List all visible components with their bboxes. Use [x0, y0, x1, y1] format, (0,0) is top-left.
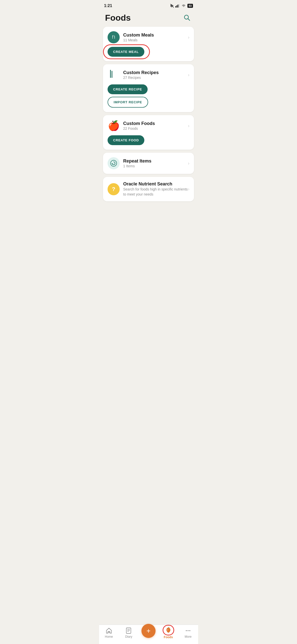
meals-chevron[interactable]: ›	[188, 35, 189, 40]
import-recipe-button[interactable]: IMPORT RECIPE	[108, 97, 148, 108]
search-icon	[183, 14, 190, 21]
svg-rect-4	[179, 4, 179, 8]
recipes-title: Custom Recipes	[123, 70, 159, 75]
oracle-title: Oracle Nutrient Search	[123, 181, 188, 187]
recipes-icon	[108, 69, 120, 81]
svg-rect-3	[178, 5, 178, 8]
svg-rect-1	[175, 6, 176, 8]
recipes-chevron[interactable]: ›	[188, 72, 189, 78]
create-meal-button[interactable]: CREATE MEAL	[108, 47, 144, 57]
custom-meals-card: Custom Meals 11 Meals › CREATE MEAL	[103, 27, 194, 61]
foods-chevron[interactable]: ›	[188, 123, 189, 128]
oracle-icon: ?	[108, 183, 120, 195]
svg-point-5	[184, 15, 188, 19]
card-header-left: Custom Meals 11 Meals	[108, 31, 154, 43]
oracle-header-left: ? Oracle Nutrient Search Search for food…	[108, 181, 188, 197]
card-header: Custom Meals 11 Meals ›	[108, 31, 189, 43]
repeat-title: Repeat Items	[123, 158, 151, 164]
oracle-subtitle: Search for foods high in specific nutrie…	[123, 187, 188, 197]
foods-title: Custom Foods	[123, 121, 155, 126]
svg-rect-2	[176, 5, 177, 8]
cards-container: Custom Meals 11 Meals › CREATE MEAL	[99, 27, 198, 201]
battery-indicator: 93	[187, 4, 193, 8]
recipes-text: Custom Recipes 27 Recipes	[123, 70, 159, 80]
svg-line-6	[188, 19, 190, 21]
repeat-text: Repeat Items 1 Items	[123, 158, 151, 168]
oracle-search-card[interactable]: ? Oracle Nutrient Search Search for food…	[103, 177, 194, 201]
foods-buttons: CREATE FOOD	[108, 135, 189, 145]
oracle-text: Oracle Nutrient Search Search for foods …	[123, 181, 188, 197]
meals-subtitle: 11 Meals	[123, 38, 154, 42]
foods-header-left: 🍎 Custom Foods 22 Foods	[108, 120, 155, 132]
foods-icon: 🍎	[108, 120, 120, 132]
create-food-button[interactable]: CREATE FOOD	[108, 135, 144, 145]
oracle-chevron[interactable]: ›	[188, 186, 189, 192]
status-bar: 1:21 93	[99, 0, 198, 10]
create-recipe-button[interactable]: CREATE RECIPE	[108, 84, 148, 94]
wifi-icon	[181, 4, 186, 8]
oracle-header: ? Oracle Nutrient Search Search for food…	[108, 181, 189, 197]
card-text: Custom Meals 11 Meals	[123, 33, 154, 42]
recipes-header-left: Custom Recipes 27 Recipes	[108, 69, 159, 81]
svg-rect-9	[110, 70, 111, 78]
custom-recipes-card: Custom Recipes 27 Recipes › CREATE RECIP…	[103, 64, 194, 112]
signal-icon	[175, 4, 180, 8]
foods-text: Custom Foods 22 Foods	[123, 121, 155, 131]
repeat-header-left: Repeat Items 1 Items	[108, 157, 151, 169]
repeat-chevron[interactable]: ›	[188, 161, 189, 166]
svg-rect-10	[112, 71, 112, 78]
svg-point-11	[111, 160, 117, 166]
mute-icon	[170, 4, 174, 8]
page-header: Foods	[99, 10, 198, 27]
repeat-items-card[interactable]: Repeat Items 1 Items ›	[103, 153, 194, 174]
meals-icon	[108, 31, 120, 43]
repeat-subtitle: 1 Items	[123, 164, 151, 168]
create-meal-circle-annotation: CREATE MEAL	[108, 47, 144, 57]
foods-subtitle: 22 Foods	[123, 126, 155, 131]
recipes-subtitle: 27 Recipes	[123, 76, 159, 80]
svg-point-7	[110, 34, 117, 41]
repeat-header: Repeat Items 1 Items ›	[108, 157, 189, 169]
search-button[interactable]	[182, 13, 192, 23]
recipes-buttons: CREATE RECIPE IMPORT RECIPE	[108, 84, 189, 108]
status-time: 1:21	[104, 4, 112, 8]
custom-foods-card: 🍎 Custom Foods 22 Foods › CREATE FOOD	[103, 115, 194, 150]
recipes-header: Custom Recipes 27 Recipes ›	[108, 69, 189, 81]
page-title: Foods	[105, 13, 131, 23]
meals-buttons: CREATE MEAL	[108, 47, 189, 57]
foods-header: 🍎 Custom Foods 22 Foods ›	[108, 120, 189, 132]
status-icons: 93	[170, 4, 193, 8]
meals-title: Custom Meals	[123, 33, 154, 38]
repeat-icon	[108, 157, 120, 169]
